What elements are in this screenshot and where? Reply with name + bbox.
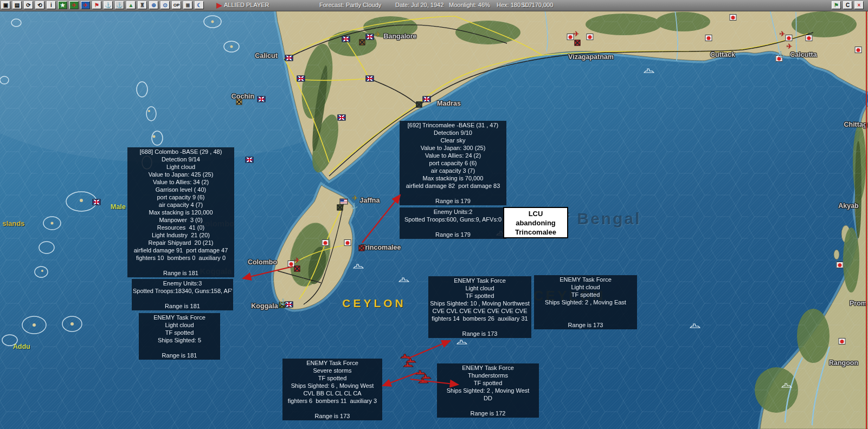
info-line [401,190,505,197]
save-icon[interactable]: ▣ [1,1,10,9]
info-line: fighters 10 bombers 0 auxiliary 0 [128,254,233,262]
task-force-icon[interactable]: ⚓ [104,1,113,9]
run-turn-icon[interactable]: ▶ [215,1,224,9]
exit-icon[interactable]: × [854,1,864,9]
info-line: CVL BB CL CL CL CA [284,389,381,397]
info-line: Range is 179 [401,231,505,238]
info-line: DD [438,394,538,402]
info-line: Detection 9/10 [401,129,505,136]
info-line: Enemy Units:3 [133,280,232,287]
info-line: Manpower 3 (0) [128,216,233,224]
info-line: abandoning [505,218,566,227]
trincomalee-base-tooltip: [692] Trincomalee -BASE (31 , 47)Detecti… [400,121,506,205]
info-line: Trincomalee [505,227,566,237]
info-line: airfield damage 91 port damage 47 [128,246,233,254]
info-line: Range is 181 [133,302,232,310]
info-line: Max stacking is 120,000 [128,209,233,216]
info-line: Range is 179 [401,197,505,205]
map-viewport[interactable]: CalicutCochinMadrasBangaloreVizagapatnam… [0,0,868,429]
end-turn-icon[interactable]: ⟳ [24,1,33,9]
info-line: Repair Shipyard 20 (21) [128,239,233,246]
combat-report-icon[interactable]: C [843,1,852,9]
info-line: Ships Sighted: 2 , Moving East [535,298,636,306]
info-line: air capacity 4 (7) [128,201,233,209]
colombo-base-tooltip: [688] Colombo -BASE (29 , 48)Detection 9… [127,147,234,277]
info-line: ENEMY Task Force [140,314,219,321]
task-force-east-tooltip: ENEMY Task ForceLight cloudTF spottedShi… [534,275,637,329]
info-line: [692] Trincomalee -BASE (31 , 47) [401,121,505,129]
naval-units-icon[interactable]: ♜ [138,1,147,9]
info-line: Light cloud [140,321,219,329]
info-line: Thunderstorms [438,372,538,379]
toolbar-right-icons: ⚑C× [832,1,866,9]
info-line: air capacity 3 (7) [401,167,505,174]
supply-level-label: SL: 170,000 [521,2,553,8]
replay-icon[interactable]: ⟲ [35,1,44,9]
info-line: Detection 9/14 [128,155,233,163]
info-line: TF spotted [429,292,530,300]
zoom-map-icon[interactable]: ⊙ [160,1,170,9]
info-line: TF spotted [438,379,538,387]
info-line: LCU [505,209,566,218]
info-line: TF spotted [535,291,636,298]
info-line: ENEMY Task Force [535,276,636,283]
info-icon[interactable]: i [47,1,56,9]
info-line: Light Industry 21 (20) [128,231,233,239]
info-line [429,322,530,330]
info-line: Resources 41 (0) [128,224,233,231]
operations-icon[interactable]: OP [172,1,181,9]
info-boxes-layer: [688] Colombo -BASE (29 , 48)Detection 9… [0,0,868,429]
reports-icon[interactable]: ▤ [12,1,22,9]
naval-air-ops-icon[interactable]: ✈ [81,1,90,9]
info-line: Value to Japan: 300 (25) [401,144,505,152]
task-force-northwest-tooltip: ENEMY Task ForceLight cloudTF spottedShi… [428,276,531,338]
preferences-flag-icon[interactable]: ⚑ [832,1,841,9]
star-icon[interactable]: ★ [58,1,67,9]
info-line: Max stacking is 70,000 [401,174,505,182]
colombo-task-force-tooltip: ENEMY Task ForceLight cloudTF spottedShi… [139,313,220,360]
colombo-enemy-units-tooltip: Enemy Units:3Spotted Troops:18340, Guns:… [132,279,233,310]
toolbar: ▣▤⟳⟲i★✈✈⚑⚓⚓▲♜⊕⊙OP≣☾▶ ALLIED PLAYER Forec… [0,0,868,11]
info-line: Clear sky [401,136,505,144]
date-label: Date: Jul 20, 1942 [395,2,443,8]
info-line: ENEMY Task Force [429,277,530,284]
info-line: ENEMY Task Force [438,364,538,372]
info-line: Range is 173 [535,321,636,329]
info-line: TF spotted [284,374,381,382]
ship-list-icon[interactable]: ⚓ [115,1,124,9]
info-line [401,223,505,231]
info-line: Light cloud [429,284,530,292]
trincomalee-enemy-units-tooltip: Enemy Units:2Spotted Troops:600, Guns:9,… [400,207,506,239]
toolbar-left-icons: ▣▤⟳⟲i★✈✈⚑⚓⚓▲♜⊕⊙OP≣☾▶ [1,1,226,9]
info-line: Range is 173 [284,412,381,420]
objectives-flag-icon[interactable]: ⚑ [92,1,101,9]
lcu-abandoning-banner: LCUabandoningTrincomalee [503,207,568,238]
info-line: Range is 181 [128,269,233,277]
air-ops-icon[interactable]: ✈ [69,1,79,9]
ground-units-icon[interactable]: ▲ [126,1,136,9]
info-line: Ships Sighted: 5 [140,336,219,344]
info-line [140,344,219,352]
info-line [535,314,636,321]
info-line: Garrison level ( 40) [128,186,233,193]
info-line: Value to Allies: 24 (2) [401,152,505,159]
rail-icon[interactable]: ≣ [183,1,192,9]
info-line: Value to Japan: 425 (25) [128,171,233,178]
info-line: Value to Allies: 34 (2) [128,178,233,186]
info-line: Range is 173 [429,330,530,337]
player-indicator: ALLIED PLAYER [224,2,269,8]
info-line: airfield damage 82 port damage 83 [401,182,505,190]
info-line: port capacity 6 (6) [401,159,505,167]
weather-moon-icon[interactable]: ☾ [195,1,204,9]
info-line: Enemy Units:2 [401,208,505,216]
info-line: Light cloud [535,283,636,291]
info-line [133,295,232,302]
info-line: Ships Sighted: 10 , Moving Northwest [429,300,530,307]
info-line: fighters 14 bombers 26 auxiliary 31 [429,315,530,322]
info-line: Range is 181 [140,352,219,359]
forecast-label: Forecast: Partly Cloudy [319,2,381,8]
task-force-dd-tooltip: ENEMY Task ForceThunderstormsTF spottedS… [437,363,539,418]
map-edge-line [866,11,867,429]
info-line: TF spotted [140,329,219,336]
strategic-map-icon[interactable]: ⊕ [149,1,158,9]
